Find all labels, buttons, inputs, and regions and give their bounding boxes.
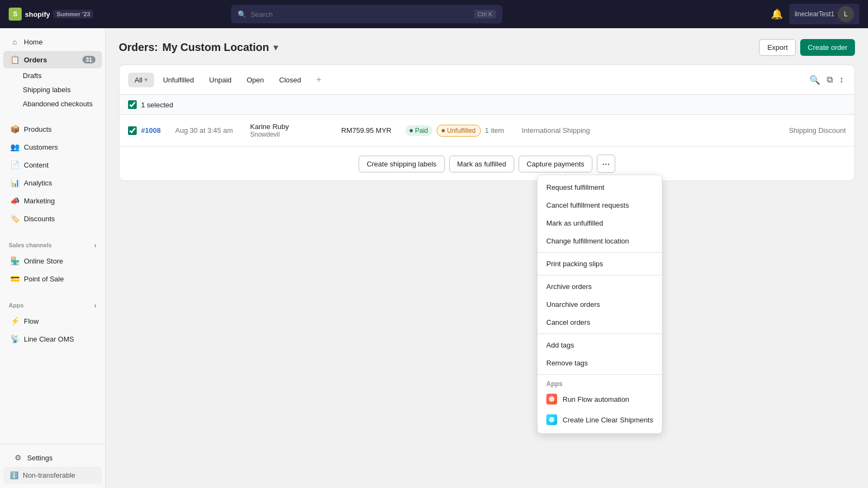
sidebar: ⌂ Home 📋 Orders 31 Drafts Shipping label… [0,28,106,488]
create-order-button[interactable]: Create order [800,39,855,56]
more-actions-dropdown: Request fulfillment Cancel fulfillment r… [537,175,662,434]
settings-icon: ⚙ [13,453,23,463]
sidebar-item-shipping-labels[interactable]: Shipping labels [3,83,102,97]
non-transferable-banner: ℹ️ Non-transferable [3,467,102,484]
action-bar: Create shipping labels Mark as fulfilled… [119,146,854,181]
page-title-text: Orders: [119,41,158,54]
more-actions-button[interactable]: ··· [597,155,615,173]
avatar: L [838,6,854,22]
search-icon: 🔍 [238,10,246,18]
dropdown-add-tags[interactable]: Add tags [538,336,662,354]
sidebar-item-analytics[interactable]: 📊 Analytics [3,174,102,191]
tab-unfulfilled[interactable]: Unfulfilled [156,73,200,87]
info-icon: ℹ️ [10,471,18,479]
dropdown-divider-2 [538,275,662,275]
lineclear-app-label: Create Line Clear Shipments [563,416,653,424]
topnav-right: 🔔 lineclearTest1 L [771,4,859,24]
table-row[interactable]: #1008 Aug 30 at 3:45 am Karine Ruby Snow… [119,115,854,146]
filter-search-button[interactable]: 🔍 [807,73,822,87]
customer-sub: Snowdevil [250,131,337,138]
orders-badge: 31 [82,56,95,63]
sidebar-item-products[interactable]: 📦 Products [3,120,102,138]
order-date: Aug 30 at 3:45 am [175,126,246,134]
shopify-logo-icon: S [9,8,22,21]
dropdown-run-flow-automation[interactable]: Run Flow automation [538,389,662,409]
sidebar-item-abandoned-checkouts[interactable]: Abandoned checkouts [3,97,102,111]
apps-expand-icon[interactable]: › [94,301,97,310]
sidebar-item-discounts[interactable]: 🏷️ Discounts [3,210,102,227]
sidebar-flow-label: Flow [24,317,39,325]
dropdown-mark-as-unfulfilled[interactable]: Mark as unfulfilled [538,214,662,232]
sidebar-discounts-label: Discounts [24,215,55,223]
dropdown-archive-orders[interactable]: Archive orders [538,278,662,296]
expand-icon[interactable]: › [94,241,97,249]
dropdown-print-packing-slips[interactable]: Print packing slips [538,255,662,273]
notification-bell-icon[interactable]: 🔔 [771,8,783,20]
sidebar-item-point-of-sale[interactable]: 💳 Point of Sale [3,270,102,287]
capture-payments-button[interactable]: Capture payments [519,156,592,172]
tab-unpaid[interactable]: Unpaid [203,73,238,87]
user-menu[interactable]: lineclearTest1 L [789,4,859,24]
paid-dot [410,129,413,132]
dropdown-divider-1 [538,252,662,253]
home-icon: ⌂ [10,37,20,47]
sidebar-marketing-label: Marketing [24,197,55,205]
order-customer: Karine Ruby Snowdevil [250,123,337,138]
sidebar-item-marketing[interactable]: 📣 Marketing [3,192,102,209]
dropdown-cancel-orders[interactable]: Cancel orders [538,313,662,331]
sidebar-home-label: Home [24,38,43,46]
row-checkbox[interactable] [128,126,137,135]
sidebar-item-home[interactable]: ⌂ Home [3,33,102,50]
sidebar-item-drafts[interactable]: Drafts [3,69,102,82]
sidebar-settings-label: Settings [27,454,53,462]
select-all-checkbox[interactable] [128,100,137,109]
search-input[interactable] [251,10,470,18]
filter-options-button[interactable]: ⧉ [825,73,835,87]
tab-open[interactable]: Open [240,73,271,87]
sort-button[interactable]: ↕ [837,73,846,87]
sidebar-online-store-label: Online Store [24,257,63,265]
tab-all-chevron: ▾ [144,76,148,84]
page-location: My Custom Location [162,41,269,54]
sidebar-item-settings[interactable]: ⚙ Settings [7,449,99,466]
logo[interactable]: S shopify Summer '23 [9,8,93,21]
flow-app-label: Run Flow automation [563,395,629,403]
sales-channels-label: Sales channels › [0,236,105,252]
sidebar-item-line-clear-oms[interactable]: 📡 Line Clear OMS [3,330,102,348]
export-button[interactable]: Export [759,39,796,56]
create-shipping-labels-button[interactable]: Create shipping labels [359,156,445,172]
dropdown-cancel-fulfillment-requests[interactable]: Cancel fulfillment requests [538,196,662,214]
sidebar-item-orders[interactable]: 📋 Orders 31 [3,51,102,68]
dropdown-remove-tags[interactable]: Remove tags [538,354,662,372]
search-bar[interactable]: 🔍 Ctrl K [231,5,502,23]
sidebar-item-customers[interactable]: 👥 Customers [3,138,102,156]
orders-panel: All ▾ Unfulfilled Unpaid Open Closed + 🔍… [119,65,855,181]
top-navigation: S shopify Summer '23 🔍 Ctrl K 🔔 lineclea… [0,0,868,28]
dropdown-apps-label: Apps [538,377,662,389]
sidebar-item-content[interactable]: 📄 Content [3,156,102,174]
dropdown-request-fulfillment[interactable]: Request fulfillment [538,178,662,196]
order-amount: RM759.95 MYR [341,126,401,134]
dropdown-change-fulfillment-location[interactable]: Change fulfillment location [538,232,662,250]
dropdown-create-line-clear-shipments[interactable]: Create Line Clear Shipments [538,409,662,430]
products-icon: 📦 [10,124,20,134]
tab-closed[interactable]: Closed [273,73,308,87]
order-discount: Shipping Discount [789,126,846,134]
mark-as-fulfilled-button[interactable]: Mark as fulfilled [449,156,514,172]
dropdown-unarchive-orders[interactable]: Unarchive orders [538,296,662,313]
tab-all[interactable]: All ▾ [128,73,154,87]
orders-icon: 📋 [10,55,20,65]
sidebar-item-online-store[interactable]: 🏪 Online Store [3,252,102,269]
logo-text: shopify [25,10,50,18]
location-dropdown-icon[interactable]: ▾ [273,42,278,53]
filter-tabs: All ▾ Unfulfilled Unpaid Open Closed + 🔍… [119,65,854,95]
order-shipping: International Shipping [522,126,784,134]
analytics-icon: 📊 [10,178,20,188]
search-shortcut: Ctrl K [474,10,496,18]
sidebar-content-label: Content [24,161,49,169]
dropdown-divider-4 [538,374,662,375]
order-id: #1008 [141,126,171,134]
tab-add[interactable]: + [310,72,328,88]
online-store-icon: 🏪 [10,256,20,266]
sidebar-item-flow[interactable]: ⚡ Flow [3,312,102,330]
